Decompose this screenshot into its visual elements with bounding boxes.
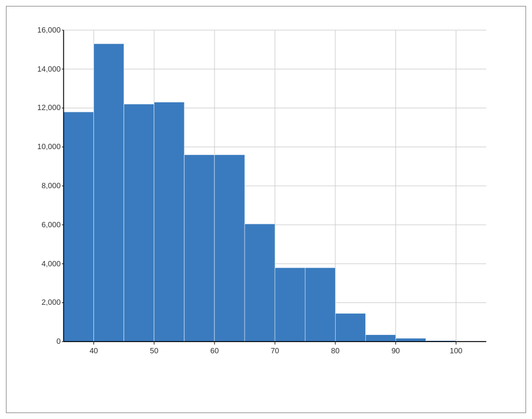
chart-area: 02,0004,0006,0008,00010,00012,00014,0001… — [48, 24, 514, 365]
histogram-svg: 02,0004,0006,0008,00010,00012,00014,0001… — [48, 24, 514, 365]
svg-rect-20 — [184, 154, 215, 341]
svg-rect-27 — [395, 339, 426, 342]
svg-rect-25 — [335, 314, 365, 342]
svg-text:2,000: 2,000 — [41, 298, 60, 307]
svg-text:60: 60 — [210, 346, 219, 355]
svg-text:12,000: 12,000 — [37, 103, 60, 112]
svg-rect-17 — [94, 44, 124, 341]
svg-rect-24 — [305, 267, 335, 341]
svg-text:10,000: 10,000 — [37, 142, 60, 151]
svg-text:90: 90 — [391, 346, 400, 355]
svg-text:8,000: 8,000 — [41, 181, 60, 190]
svg-rect-19 — [154, 102, 184, 342]
svg-rect-23 — [275, 267, 305, 341]
svg-text:40: 40 — [89, 346, 98, 355]
svg-rect-26 — [365, 335, 395, 342]
svg-text:0: 0 — [56, 337, 60, 346]
svg-text:4,000: 4,000 — [41, 259, 60, 268]
svg-text:14,000: 14,000 — [37, 65, 60, 73]
svg-text:70: 70 — [271, 346, 279, 355]
svg-rect-21 — [215, 154, 245, 341]
svg-text:16,000: 16,000 — [37, 25, 60, 34]
svg-text:80: 80 — [331, 346, 339, 355]
svg-text:50: 50 — [150, 346, 158, 355]
svg-rect-18 — [124, 104, 154, 341]
svg-rect-16 — [64, 112, 94, 341]
svg-text:6,000: 6,000 — [41, 220, 60, 229]
chart-container: 02,0004,0006,0008,00010,00012,00014,0001… — [6, 6, 526, 413]
svg-text:100: 100 — [450, 346, 463, 355]
svg-rect-22 — [245, 224, 275, 341]
